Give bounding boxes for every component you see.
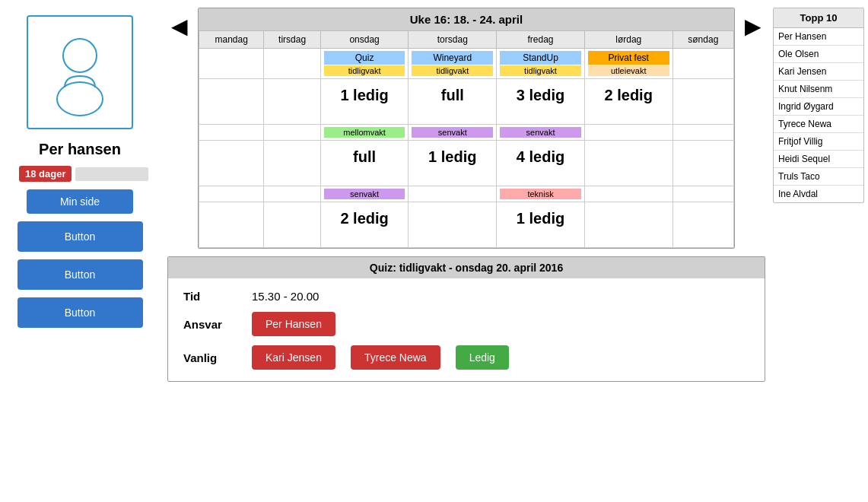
col-header-torsdag: torsdag [409, 31, 497, 49]
shift-tidligvakt-thu: tidligvakt [412, 65, 493, 76]
calendar-title: Uke 16: 18. - 24. april [199, 8, 734, 30]
detail-vanlig-row: Vanlig Kari Jensen Tyrece Newa Ledig [183, 345, 749, 370]
shift-senvakt-thu: senvakt [412, 127, 493, 138]
event-wineyard[interactable]: Wineyard [412, 51, 493, 65]
table-row: full 1 ledig 4 ledig [199, 141, 734, 186]
user-name: Per hansen [39, 141, 121, 158]
col-header-lordag: lørdag [584, 31, 672, 49]
cell-fri-2: 3 ledig [497, 79, 585, 125]
event-standup[interactable]: StandUp [500, 51, 581, 65]
cell-sun-4 [672, 141, 733, 186]
detail-ansvar-row: Ansvar Per Hansen [183, 312, 749, 336]
top10-item-2: Ole Olsen [774, 46, 863, 63]
shift-senvakt-fri: senvakt [500, 127, 581, 138]
count-thu-2: 1 ledig [412, 142, 493, 172]
count-fri-1: 3 ledig [500, 81, 581, 110]
days-badge: 18 dager [19, 166, 72, 182]
cell-sat-4 [584, 141, 672, 186]
cell-fri-3: senvakt [497, 125, 585, 141]
cell-sat-6 [584, 202, 672, 248]
cell-tue-3 [264, 125, 320, 141]
cell-sat-3 [584, 125, 672, 141]
cell-tue-4 [264, 141, 320, 186]
event-quiz[interactable]: Quiz [324, 51, 405, 65]
top10-item-5: Ingrid Øygard [774, 98, 863, 116]
days-badge-row: 18 dager [11, 166, 148, 182]
cell-mon-3 [199, 125, 264, 141]
count-wed-2: full [324, 142, 405, 172]
cell-sun-5 [672, 186, 733, 202]
svg-point-0 [63, 39, 97, 72]
calendar-wrapper: Uke 16: 18. - 24. april mandag tirsdag o… [198, 8, 735, 249]
left-sidebar: Per hansen 18 dager Min side Button Butt… [0, 0, 160, 502]
cell-wed-1: Quiz tidligvakt [320, 49, 409, 79]
nav-left-arrow[interactable]: ◀ [171, 14, 188, 39]
top10-item-6: Tyrece Newa [774, 116, 863, 133]
vanlig-person2-button[interactable]: Tyrece Newa [351, 345, 440, 370]
days-progress-bar [75, 167, 148, 181]
cell-sun-2 [672, 79, 733, 125]
vanlig-ledig-button[interactable]: Ledig [456, 345, 509, 370]
main-content: ◀ ▶ Uke 16: 18. - 24. april mandag tirsd… [160, 0, 773, 502]
cell-tue-5 [264, 186, 320, 202]
col-header-sondag: søndag [672, 31, 733, 49]
shift-utleievakt: utleievakt [588, 65, 669, 76]
cell-mon-2 [199, 79, 264, 125]
table-row: 2 ledig 1 ledig [199, 202, 734, 248]
cell-tue-1 [264, 49, 320, 79]
detail-tid-row: Tid 15.30 - 20.00 [183, 290, 749, 303]
cell-fri-4: 4 ledig [497, 141, 585, 186]
week-section: ◀ ▶ Uke 16: 18. - 24. april mandag tirsd… [167, 8, 765, 249]
count-fri-3: 1 ledig [500, 204, 581, 234]
top10-item-4: Knut Nilsenm [774, 81, 863, 98]
table-row: mellomvakt senvakt senvakt [199, 125, 734, 141]
col-header-mandag: mandag [199, 31, 264, 49]
cell-wed-4: full [320, 141, 409, 186]
shift-tidligvakt-fri: tidligvakt [500, 65, 581, 76]
calendar-table: mandag tirsdag onsdag torsdag fredag lør… [199, 30, 734, 248]
cell-fri-1: StandUp tidligvakt [497, 49, 585, 79]
count-sat-1: 2 ledig [588, 81, 669, 110]
shift-teknisk: teknisk [500, 189, 581, 199]
top10-item-9: Truls Taco [774, 168, 863, 186]
top10-item-8: Heidi Sequel [774, 151, 863, 168]
table-row: 1 ledig full 3 ledig 2 ledig [199, 79, 734, 125]
top10-item-3: Kari Jensen [774, 63, 863, 81]
cell-thu-2: full [409, 79, 497, 125]
ansvar-label: Ansvar [183, 318, 237, 331]
cell-thu-4: 1 ledig [409, 141, 497, 186]
cell-thu-1: Wineyard tidligvakt [409, 49, 497, 79]
cell-sat-2: 2 ledig [584, 79, 672, 125]
detail-body: Tid 15.30 - 20.00 Ansvar Per Hansen Vanl… [168, 278, 765, 381]
cell-wed-5: senvakt [320, 186, 409, 202]
top10-panel: Topp 10 Per Hansen Ole Olsen Kari Jensen… [773, 8, 864, 203]
vanlig-person1-button[interactable]: Kari Jensen [252, 345, 335, 370]
cell-sun-3 [672, 125, 733, 141]
shift-tidligvakt-wed: tidligvakt [324, 65, 405, 76]
action-button-3[interactable]: Button [17, 297, 143, 328]
event-privatfest[interactable]: Privat fest [588, 51, 669, 65]
cell-wed-2: 1 ledig [320, 79, 409, 125]
table-row: senvakt teknisk [199, 186, 734, 202]
table-row: Quiz tidligvakt Wineyard tidligvakt Stan… [199, 49, 734, 79]
min-side-button[interactable]: Min side [27, 189, 133, 214]
action-button-2[interactable]: Button [17, 259, 143, 290]
cell-tue-2 [264, 79, 320, 125]
top10-title: Topp 10 [774, 8, 863, 28]
cell-mon-1 [199, 49, 264, 79]
cell-sun-1 [672, 49, 733, 79]
col-header-tirsdag: tirsdag [264, 31, 320, 49]
nav-right-arrow[interactable]: ▶ [745, 14, 761, 39]
cell-thu-3: senvakt [409, 125, 497, 141]
action-button-1[interactable]: Button [17, 221, 143, 252]
svg-point-1 [57, 82, 103, 116]
cell-sun-6 [672, 202, 733, 248]
cell-mon-4 [199, 141, 264, 186]
top10-item-1: Per Hansen [774, 28, 863, 46]
avatar [27, 15, 133, 129]
count-wed-3: 2 ledig [324, 204, 405, 234]
cell-thu-6 [409, 202, 497, 248]
cell-fri-5: teknisk [497, 186, 585, 202]
ansvar-person-button[interactable]: Per Hansen [252, 312, 335, 336]
col-header-fredag: fredag [497, 31, 585, 49]
